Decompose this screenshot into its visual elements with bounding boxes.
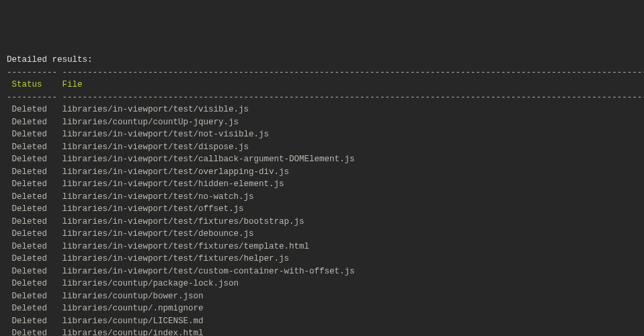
row-status: Deleted xyxy=(12,302,63,315)
row-status: Deleted xyxy=(12,216,63,228)
header-status: Status xyxy=(12,79,63,91)
row-status: Deleted xyxy=(12,128,63,141)
table-row: Deletedlibraries/countup/countUp-jquery.… xyxy=(7,116,637,129)
table-header: StatusFile xyxy=(7,79,637,91)
table-row: Deletedlibraries/in-viewport/test/no-wat… xyxy=(7,191,637,204)
table-row: Deletedlibraries/countup/index.html xyxy=(7,327,637,336)
rule-top: ---------- -----------------------------… xyxy=(7,67,637,79)
row-status: Deleted xyxy=(12,153,63,166)
rule-bottom: ---------- -----------------------------… xyxy=(7,91,637,104)
table-row: Deletedlibraries/countup/bower.json xyxy=(7,290,637,303)
table-row: Deletedlibraries/in-viewport/test/overla… xyxy=(7,166,637,179)
row-file: libraries/in-viewport/test/hidden-elemen… xyxy=(63,178,284,191)
row-file: libraries/in-viewport/test/callback-argu… xyxy=(63,153,355,166)
row-file: libraries/in-viewport/test/not-visible.j… xyxy=(63,128,270,141)
row-status: Deleted xyxy=(12,141,63,154)
rule-gap xyxy=(57,67,63,79)
rule-segment-status: ---------- xyxy=(7,68,57,77)
rule-segment-file: ----------------------------------------… xyxy=(63,68,644,77)
table-row: Deletedlibraries/in-viewport/test/dispos… xyxy=(7,141,637,154)
row-status: Deleted xyxy=(12,253,63,265)
row-file: libraries/in-viewport/test/fixtures/help… xyxy=(63,253,290,265)
table-row: Deletedlibraries/in-viewport/test/callba… xyxy=(7,153,637,166)
table-row: Deletedlibraries/in-viewport/test/custom… xyxy=(7,265,637,278)
row-file: libraries/in-viewport/test/offset.js xyxy=(63,203,244,216)
row-file: libraries/countup/LICENSE.md xyxy=(63,315,204,328)
header-file: File xyxy=(63,79,83,91)
table-row: Deletedlibraries/in-viewport/test/fixtur… xyxy=(7,241,637,253)
row-file: libraries/in-viewport/test/fixtures/temp… xyxy=(63,241,310,253)
row-status: Deleted xyxy=(12,241,63,253)
row-file: libraries/in-viewport/test/fixtures/boot… xyxy=(63,216,305,228)
row-status: Deleted xyxy=(12,116,63,129)
rule-gap xyxy=(57,91,63,104)
row-status: Deleted xyxy=(12,178,63,191)
row-status: Deleted xyxy=(12,166,63,179)
table-row: Deletedlibraries/in-viewport/test/offset… xyxy=(7,203,637,216)
table-row: Deletedlibraries/countup/package-lock.js… xyxy=(7,278,637,290)
row-status: Deleted xyxy=(12,290,63,303)
row-file: libraries/in-viewport/test/dispose.js xyxy=(63,141,249,154)
row-file: libraries/countup/countUp-jquery.js xyxy=(63,116,239,129)
row-status: Deleted xyxy=(12,278,63,290)
row-file: libraries/in-viewport/test/overlapping-d… xyxy=(63,166,290,179)
row-status: Deleted xyxy=(12,103,63,116)
results-table-body: Deletedlibraries/in-viewport/test/visibl… xyxy=(7,103,637,336)
row-status: Deleted xyxy=(12,265,63,278)
row-file: libraries/in-viewport/test/debounce.js xyxy=(63,228,254,241)
row-file: libraries/in-viewport/test/no-watch.js xyxy=(63,191,254,204)
table-row: Deletedlibraries/in-viewport/test/visibl… xyxy=(7,103,637,116)
table-row: Deletedlibraries/in-viewport/test/not-vi… xyxy=(7,128,637,141)
results-title-text: Detailed results: xyxy=(7,55,93,65)
rule-segment-file: ----------------------------------------… xyxy=(63,93,644,102)
table-row: Deletedlibraries/in-viewport/test/hidden… xyxy=(7,178,637,191)
row-file: libraries/in-viewport/test/custom-contai… xyxy=(63,265,355,278)
table-row: Deletedlibraries/in-viewport/test/fixtur… xyxy=(7,216,637,228)
row-status: Deleted xyxy=(12,315,63,328)
results-title: Detailed results: xyxy=(7,54,637,67)
row-status: Deleted xyxy=(12,203,63,216)
table-row: Deletedlibraries/in-viewport/test/fixtur… xyxy=(7,253,637,265)
rule-segment-status: ---------- xyxy=(7,93,57,102)
row-file: libraries/countup/bower.json xyxy=(63,290,204,303)
row-status: Deleted xyxy=(12,228,63,241)
row-file: libraries/countup/.npmignore xyxy=(63,302,204,315)
table-row: Deletedlibraries/in-viewport/test/deboun… xyxy=(7,228,637,241)
row-status: Deleted xyxy=(12,327,63,336)
table-row: Deletedlibraries/countup/LICENSE.md xyxy=(7,315,637,328)
table-row: Deletedlibraries/countup/.npmignore xyxy=(7,302,637,315)
row-file: libraries/countup/package-lock.json xyxy=(63,278,239,290)
row-file: libraries/in-viewport/test/visible.js xyxy=(63,103,249,116)
row-file: libraries/countup/index.html xyxy=(63,327,204,336)
row-status: Deleted xyxy=(12,191,63,204)
